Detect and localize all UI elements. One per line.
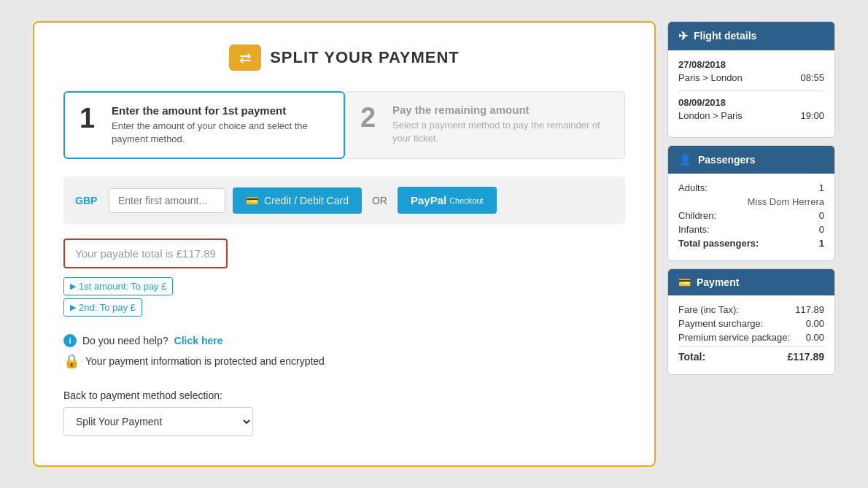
split-payment-icon: ⇄ bbox=[229, 44, 261, 71]
premium-label: Premium service package: bbox=[678, 332, 790, 343]
card-header: ⇄ SPLIT YOUR PAYMENT bbox=[63, 44, 625, 71]
first-amount-arrow: ▶ bbox=[70, 282, 76, 291]
credit-card-button[interactable]: 💳 Credit / Debit Card bbox=[233, 187, 362, 214]
page-wrapper: ⇄ SPLIT YOUR PAYMENT 1 Enter the amount … bbox=[33, 21, 835, 467]
step-1-number: 1 bbox=[80, 104, 101, 132]
step-2: 2 Pay the remaining amount Select a paym… bbox=[345, 91, 625, 159]
fare-label: Fare (inc Tax): bbox=[678, 304, 739, 315]
plane-icon: ✈ bbox=[678, 29, 688, 43]
flight-2-date: 08/09/2018 bbox=[678, 97, 824, 108]
info-icon: i bbox=[63, 334, 77, 347]
currency-label: GBP bbox=[75, 195, 101, 206]
step-1-title: Enter the amount for 1st payment bbox=[112, 104, 329, 117]
paypal-button[interactable]: PayPal Checkout bbox=[398, 187, 497, 214]
fare-row: Fare (inc Tax): 117.89 bbox=[678, 304, 824, 315]
input-row: GBP 💳 Credit / Debit Card OR PayPal Chec… bbox=[63, 177, 625, 224]
infants-value: 0 bbox=[819, 224, 824, 235]
flight-1-time: 08:55 bbox=[800, 72, 824, 83]
payment-total-value: £117.89 bbox=[787, 351, 824, 363]
children-row: Children: 0 bbox=[678, 210, 824, 221]
flight-details-title: Flight details bbox=[694, 30, 756, 42]
payment-header: 💳 Payment bbox=[668, 269, 834, 295]
second-amount-label: 2nd: To pay £ bbox=[79, 302, 136, 313]
infants-row: Infants: 0 bbox=[678, 224, 824, 235]
payment-body: Fare (inc Tax): 117.89 Payment surcharge… bbox=[668, 295, 834, 374]
paypal-text: PayPal bbox=[411, 194, 446, 206]
passengers-title: Passengers bbox=[698, 154, 756, 166]
surcharge-value: 0.00 bbox=[806, 318, 824, 329]
main-card: ⇄ SPLIT YOUR PAYMENT 1 Enter the amount … bbox=[33, 21, 656, 467]
payment-card-icon: 💳 bbox=[678, 276, 691, 288]
security-text: Your payment information is protected an… bbox=[85, 355, 325, 367]
premium-row: Premium service package: 0.00 bbox=[678, 332, 824, 343]
flight-2: 08/09/2018 London > Paris 19:00 bbox=[678, 97, 824, 121]
passengers-card: 👤 Passengers Adults: 1 Miss Dom Herrera … bbox=[667, 145, 835, 261]
step-2-desc: Select a payment method to pay the remai… bbox=[392, 119, 610, 145]
adults-value: 1 bbox=[819, 182, 824, 193]
total-passengers-label: Total passengers: bbox=[678, 238, 759, 249]
passengers-header: 👤 Passengers bbox=[668, 146, 834, 174]
flight-2-time: 19:00 bbox=[800, 110, 824, 121]
payment-card: 💳 Payment Fare (inc Tax): 117.89 Payment… bbox=[667, 268, 835, 375]
second-amount-arrow: ▶ bbox=[70, 303, 76, 312]
step-1-content: Enter the amount for 1st payment Enter t… bbox=[112, 104, 329, 146]
total-passengers-row: Total passengers: 1 bbox=[678, 238, 824, 249]
paypal-checkout-text: Checkout bbox=[449, 196, 483, 205]
passenger-name: Miss Dom Herrera bbox=[678, 196, 824, 207]
surcharge-label: Payment surcharge: bbox=[678, 318, 763, 329]
lock-icon: 🔒 bbox=[63, 353, 80, 369]
second-amount-link[interactable]: ▶ 2nd: To pay £ bbox=[63, 298, 142, 317]
payment-total-label: Total: bbox=[678, 351, 705, 363]
steps-row: 1 Enter the amount for 1st payment Enter… bbox=[63, 91, 625, 159]
adults-label: Adults: bbox=[678, 182, 708, 193]
adults-row: Adults: 1 bbox=[678, 182, 824, 193]
payment-method-select[interactable]: Split Your Payment bbox=[63, 407, 253, 436]
passenger-name-row: Miss Dom Herrera bbox=[678, 196, 824, 207]
first-amount-label: 1st amount: To pay £ bbox=[79, 281, 166, 292]
step-1: 1 Enter the amount for 1st payment Enter… bbox=[63, 91, 345, 159]
flight-1-route: Paris > London 08:55 bbox=[678, 72, 824, 83]
payable-total-text: Your payable total is £117.89 bbox=[75, 247, 216, 260]
children-label: Children: bbox=[678, 210, 716, 221]
flight-divider bbox=[678, 90, 824, 91]
back-label: Back to payment method selection: bbox=[63, 390, 625, 401]
infants-label: Infants: bbox=[678, 224, 710, 235]
help-section: i Do you need help? Click here 🔒 Your pa… bbox=[63, 334, 625, 369]
amount-links: ▶ 1st amount: To pay £ ▶ 2nd: To pay £ bbox=[63, 277, 625, 317]
step-2-number: 2 bbox=[360, 104, 382, 131]
flight-1: 27/08/2018 Paris > London 08:55 bbox=[678, 59, 824, 83]
flight-1-from-to: Paris > London bbox=[678, 72, 743, 83]
flight-details-body: 27/08/2018 Paris > London 08:55 08/09/20… bbox=[668, 50, 834, 137]
person-icon: 👤 bbox=[678, 153, 692, 166]
step-2-content: Pay the remaining amount Select a paymen… bbox=[392, 104, 610, 145]
back-section: Back to payment method selection: Split … bbox=[63, 390, 625, 436]
sidebar: ✈ Flight details 27/08/2018 Paris > Lond… bbox=[667, 21, 835, 375]
page-title: SPLIT YOUR PAYMENT bbox=[270, 48, 460, 67]
premium-value: 0.00 bbox=[806, 332, 824, 343]
flight-details-header: ✈ Flight details bbox=[668, 22, 834, 50]
payable-total: Your payable total is £117.89 bbox=[63, 239, 228, 268]
total-passengers-value: 1 bbox=[819, 238, 824, 249]
help-row: i Do you need help? Click here bbox=[63, 334, 625, 347]
step-1-desc: Enter the amount of your choice and sele… bbox=[112, 120, 329, 146]
payment-title: Payment bbox=[697, 276, 739, 288]
step-2-title: Pay the remaining amount bbox=[392, 104, 610, 116]
security-row: 🔒 Your payment information is protected … bbox=[63, 353, 625, 369]
surcharge-row: Payment surcharge: 0.00 bbox=[678, 318, 824, 329]
passengers-body: Adults: 1 Miss Dom Herrera Children: 0 I… bbox=[668, 174, 834, 260]
flight-details-card: ✈ Flight details 27/08/2018 Paris > Lond… bbox=[667, 21, 835, 138]
credit-card-label: Credit / Debit Card bbox=[264, 195, 349, 206]
click-here-link[interactable]: Click here bbox=[174, 335, 223, 346]
or-label: OR bbox=[372, 195, 387, 206]
flight-2-route: London > Paris 19:00 bbox=[678, 110, 824, 121]
amount-input[interactable] bbox=[109, 188, 225, 213]
first-amount-link[interactable]: ▶ 1st amount: To pay £ bbox=[63, 277, 173, 295]
flight-1-date: 27/08/2018 bbox=[678, 59, 824, 70]
help-text: Do you need help? bbox=[82, 335, 168, 346]
payment-total-row: Total: £117.89 bbox=[678, 346, 824, 363]
children-value: 0 bbox=[819, 210, 824, 221]
credit-card-icon: 💳 bbox=[246, 195, 258, 206]
flight-2-from-to: London > Paris bbox=[678, 110, 743, 121]
fare-value: 117.89 bbox=[795, 304, 824, 315]
